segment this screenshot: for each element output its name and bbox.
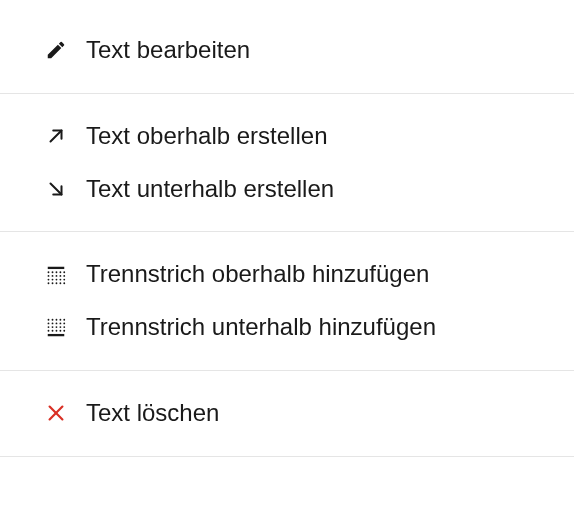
menu-group-edit: Text bearbeiten xyxy=(0,0,574,94)
svg-point-35 xyxy=(56,326,58,328)
svg-line-0 xyxy=(51,131,62,142)
svg-point-19 xyxy=(52,282,54,284)
svg-point-6 xyxy=(59,271,61,273)
svg-point-36 xyxy=(59,326,61,328)
separator-below-label: Trennstrich unterhalb hinzufügen xyxy=(86,313,436,342)
svg-point-4 xyxy=(52,271,54,273)
svg-point-26 xyxy=(59,318,61,320)
border-bottom-icon xyxy=(44,316,68,340)
svg-point-27 xyxy=(63,318,65,320)
close-icon xyxy=(44,401,68,425)
svg-point-16 xyxy=(59,278,61,280)
svg-point-30 xyxy=(56,322,58,324)
svg-rect-43 xyxy=(48,334,65,336)
arrow-up-right-icon xyxy=(44,124,68,148)
separator-above-label: Trennstrich oberhalb hinzufügen xyxy=(86,260,429,289)
svg-point-13 xyxy=(48,278,50,280)
context-menu: Text bearbeiten Text oberhalb erstellen … xyxy=(0,0,574,457)
svg-line-1 xyxy=(51,183,62,194)
edit-text-label: Text bearbeiten xyxy=(86,36,250,65)
svg-point-38 xyxy=(48,329,50,331)
svg-point-20 xyxy=(56,282,58,284)
svg-point-24 xyxy=(52,318,54,320)
separator-below-item[interactable]: Trennstrich unterhalb hinzufügen xyxy=(0,301,574,354)
menu-group-create: Text oberhalb erstellen Text unterhalb e… xyxy=(0,94,574,233)
svg-point-21 xyxy=(59,282,61,284)
delete-text-label: Text löschen xyxy=(86,399,219,428)
svg-point-14 xyxy=(52,278,54,280)
arrow-down-right-icon xyxy=(44,177,68,201)
menu-group-separator: Trennstrich oberhalb hinzufügen Trennstr… xyxy=(0,232,574,371)
svg-point-23 xyxy=(48,318,50,320)
svg-point-25 xyxy=(56,318,58,320)
pencil-icon xyxy=(44,38,68,62)
border-top-icon xyxy=(44,263,68,287)
svg-point-12 xyxy=(63,275,65,277)
svg-point-37 xyxy=(63,326,65,328)
svg-point-10 xyxy=(56,275,58,277)
svg-point-32 xyxy=(63,322,65,324)
create-below-label: Text unterhalb erstellen xyxy=(86,175,334,204)
svg-point-17 xyxy=(63,278,65,280)
svg-point-18 xyxy=(48,282,50,284)
create-below-item[interactable]: Text unterhalb erstellen xyxy=(0,163,574,216)
svg-point-42 xyxy=(63,329,65,331)
create-above-label: Text oberhalb erstellen xyxy=(86,122,327,151)
svg-point-3 xyxy=(48,271,50,273)
svg-point-39 xyxy=(52,329,54,331)
edit-text-item[interactable]: Text bearbeiten xyxy=(0,24,574,77)
svg-point-29 xyxy=(52,322,54,324)
svg-rect-2 xyxy=(48,267,65,269)
svg-point-8 xyxy=(48,275,50,277)
svg-point-33 xyxy=(48,326,50,328)
create-above-item[interactable]: Text oberhalb erstellen xyxy=(0,110,574,163)
separator-above-item[interactable]: Trennstrich oberhalb hinzufügen xyxy=(0,248,574,301)
svg-point-40 xyxy=(56,329,58,331)
svg-point-22 xyxy=(63,282,65,284)
menu-group-delete: Text löschen xyxy=(0,371,574,457)
svg-point-7 xyxy=(63,271,65,273)
svg-point-5 xyxy=(56,271,58,273)
svg-point-31 xyxy=(59,322,61,324)
svg-point-34 xyxy=(52,326,54,328)
svg-point-15 xyxy=(56,278,58,280)
svg-point-41 xyxy=(59,329,61,331)
svg-point-28 xyxy=(48,322,50,324)
svg-point-9 xyxy=(52,275,54,277)
delete-text-item[interactable]: Text löschen xyxy=(0,387,574,440)
svg-point-11 xyxy=(59,275,61,277)
